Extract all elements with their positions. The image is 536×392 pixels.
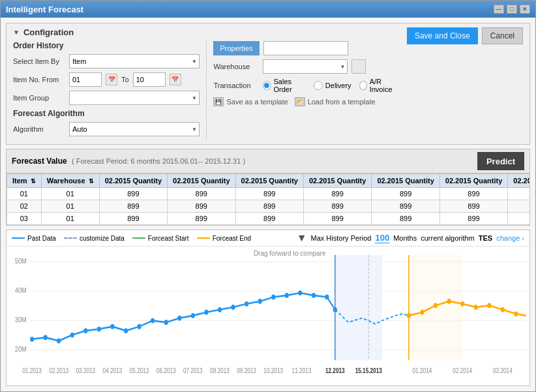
- save-template-label: Save as a template: [226, 98, 288, 106]
- legend-past-data: Past Data: [12, 235, 56, 242]
- legend-custom-line: [64, 237, 77, 239]
- legend-forecast-end: Forceast End: [197, 235, 251, 242]
- cell-q2-2: 899: [168, 200, 235, 213]
- svg-point-43: [487, 303, 491, 308]
- svg-point-14: [44, 335, 48, 340]
- svg-text:04.2013: 04.2013: [103, 367, 123, 374]
- cell-q5-2: 899: [372, 200, 439, 213]
- svg-point-22: [151, 318, 155, 324]
- svg-point-23: [164, 320, 168, 325]
- to-label: To: [121, 76, 129, 83]
- legend-custom-label: customize Data: [80, 235, 125, 242]
- svg-rect-8: [335, 255, 382, 360]
- forecast-section: Forecast Value ( Forecast Period: 6 mont…: [6, 149, 530, 226]
- svg-point-27: [218, 307, 222, 312]
- svg-text:50M: 50M: [15, 256, 27, 265]
- chart-svg: 50M 40M 30M 20M: [7, 247, 529, 385]
- svg-point-40: [447, 299, 451, 304]
- cell-q2-3: 899: [168, 213, 235, 225]
- algorithm-input[interactable]: Auto: [69, 122, 200, 136]
- svg-text:06.2013: 06.2013: [156, 367, 176, 374]
- item-group-input[interactable]: [69, 91, 200, 105]
- forecast-table-container: Item ⇅ Warehouse ⇅ 02.2015 Quantity 02.2…: [7, 173, 529, 225]
- svg-point-37: [407, 313, 411, 318]
- cell-q1-1: 899: [99, 188, 167, 200]
- chart-area: Drag forward to compare 50M 40M 30M 20M: [7, 247, 529, 385]
- config-right: Properties Warehouse: [206, 41, 400, 140]
- cell-q4-2: 899: [303, 200, 371, 213]
- radio-sales-order[interactable]: Sales Order: [263, 78, 305, 93]
- radio-ar-invoice-dot[interactable]: [359, 81, 367, 90]
- max-history-value[interactable]: 100: [375, 233, 389, 243]
- col-q6: 02.2015 Quantity: [439, 174, 507, 188]
- radio-delivery-dot[interactable]: [314, 81, 323, 90]
- header-buttons: Save and Close Cancel: [407, 27, 523, 44]
- legend-forecast-start: Forceast Start: [132, 235, 189, 242]
- calendar-from-icon[interactable]: 📅: [106, 74, 117, 85]
- chart-controls: ▼ Max History Period 100 Months current …: [297, 232, 524, 244]
- radio-delivery[interactable]: Delivery: [314, 81, 351, 90]
- legend-past-line: [12, 237, 25, 239]
- load-template-button[interactable]: 📂 Load from a template: [295, 97, 376, 106]
- svg-point-17: [83, 328, 87, 333]
- change-link[interactable]: change ›: [496, 234, 524, 242]
- item-no-from-input[interactable]: [69, 72, 102, 87]
- max-history-label: Max History Period: [311, 234, 372, 242]
- close-button[interactable]: ✕: [520, 5, 530, 14]
- radio-sales-order-dot[interactable]: [263, 81, 271, 90]
- radio-ar-invoice[interactable]: A/R Invoice: [359, 78, 400, 93]
- chart-legend: Past Data customize Data Forceast Start …: [12, 235, 251, 242]
- collapse-icon[interactable]: ▼: [13, 29, 20, 36]
- legend-fend-line: [197, 237, 210, 239]
- maximize-button[interactable]: □: [507, 5, 517, 14]
- save-close-button[interactable]: Save and Close: [407, 27, 478, 44]
- cell-q4-3: 899: [303, 213, 371, 225]
- warehouse-browse-btn[interactable]: [351, 59, 366, 74]
- cell-q4-1: 899: [303, 188, 371, 200]
- main-content: ▼ Configration Order History Select Item…: [1, 18, 535, 391]
- cell-q2-1: 899: [168, 188, 235, 200]
- svg-point-28: [231, 305, 235, 310]
- cell-q6-2: 899: [439, 200, 507, 213]
- chart-section: Past Data customize Data Forceast Start …: [6, 230, 530, 386]
- col-q2: 02.2015 Quantity: [168, 174, 235, 188]
- warehouse-input[interactable]: [263, 59, 348, 74]
- select-item-wrapper: Item: [69, 54, 200, 68]
- config-section: ▼ Configration Order History Select Item…: [6, 23, 530, 145]
- item-group-row: Item Group: [13, 91, 200, 105]
- cancel-button[interactable]: Cancel: [482, 27, 523, 44]
- svg-point-32: [285, 293, 289, 298]
- chart-down-arrow: ▼: [297, 232, 307, 244]
- load-template-icon: 📂: [295, 97, 305, 106]
- svg-text:11.2013: 11.2013: [292, 367, 312, 374]
- config-top: Order History Select Item By Item: [13, 41, 400, 140]
- drag-label: Drag forward to compare: [254, 250, 326, 257]
- item-no-to-input[interactable]: [133, 72, 166, 87]
- svg-point-38: [420, 310, 424, 315]
- col-warehouse[interactable]: Warehouse ⇅: [41, 174, 99, 188]
- svg-point-15: [57, 339, 61, 344]
- properties-input[interactable]: [263, 41, 348, 55]
- cell-warehouse-1: 01: [41, 188, 99, 200]
- col-item[interactable]: Item ⇅: [7, 174, 42, 188]
- predict-button[interactable]: Predict: [477, 152, 524, 170]
- select-item-input[interactable]: Item: [69, 54, 200, 68]
- svg-point-35: [325, 295, 329, 300]
- svg-point-42: [474, 305, 478, 310]
- properties-button[interactable]: Properties: [213, 41, 259, 55]
- item-group-label: Item Group: [13, 94, 65, 102]
- minimize-button[interactable]: —: [494, 5, 504, 14]
- cell-item-1: 01: [7, 188, 42, 200]
- legend-past-label: Past Data: [27, 235, 56, 242]
- item-group-wrapper: [69, 91, 200, 105]
- svg-point-16: [70, 333, 74, 338]
- svg-point-26: [204, 310, 208, 315]
- save-template-button[interactable]: 💾 Save as a template: [213, 97, 288, 106]
- forecast-table: Item ⇅ Warehouse ⇅ 02.2015 Quantity 02.2…: [7, 173, 529, 225]
- svg-text:02.2014: 02.2014: [453, 367, 472, 374]
- template-buttons: 💾 Save as a template 📂 Load from a templ…: [213, 97, 375, 106]
- load-template-label: Load from a template: [308, 98, 376, 106]
- legend-customize-data: customize Data: [64, 235, 125, 242]
- calendar-to-icon[interactable]: 📅: [170, 74, 181, 85]
- cell-q3-2: 899: [235, 200, 303, 213]
